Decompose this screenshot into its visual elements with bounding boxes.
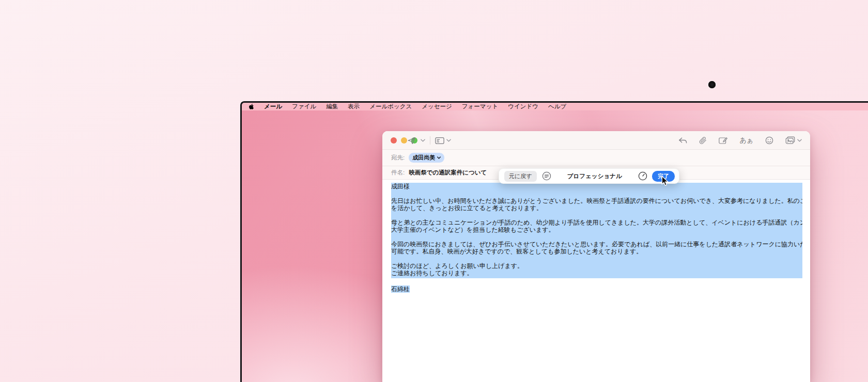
send-options-chevron[interactable]	[421, 139, 425, 142]
message-body-editor[interactable]: 成田様 先日はお忙しい中、お時間をいただき誠にありがとうございました。映画祭と手…	[382, 180, 810, 293]
menu-item-edit[interactable]: 編集	[326, 103, 338, 110]
mouse-cursor-icon	[661, 176, 670, 186]
close-window-button[interactable]	[391, 137, 397, 144]
retry-timer-icon	[638, 171, 647, 181]
to-label: 宛先:	[391, 154, 405, 162]
send-icon	[407, 136, 416, 145]
menu-item-window[interactable]: ウインドウ	[508, 103, 538, 110]
menu-item-view[interactable]: 表示	[348, 103, 360, 110]
header-fields-button[interactable]	[435, 137, 451, 145]
writing-tools-menu-button[interactable]	[542, 171, 551, 181]
body-line	[391, 233, 802, 241]
writing-tools-style-label: プロフェッショナル	[551, 172, 638, 180]
menu-item-help[interactable]: ヘルプ	[548, 103, 566, 110]
imac-camera-dot	[708, 81, 716, 88]
selected-text-block: 成田様 先日はお忙しい中、お時間をいただき誠にありがとうございました。映画祭と手…	[391, 183, 802, 278]
emoji-smiley-icon	[765, 136, 773, 145]
subject-label: 件名:	[391, 169, 405, 177]
subject-text: 映画祭での通訳案件について	[409, 169, 487, 177]
menu-item-format[interactable]: フォーマット	[462, 103, 498, 110]
chevron-down-icon	[421, 139, 425, 142]
apple-menu[interactable]	[249, 103, 254, 110]
writing-tools-retry-button[interactable]	[638, 171, 647, 181]
menu-item-mailbox[interactable]: メールボックス	[369, 103, 412, 110]
photo-browser-button[interactable]	[785, 136, 802, 145]
chevron-down-icon	[446, 139, 451, 142]
body-line	[391, 255, 802, 262]
header-fields-icon	[435, 137, 444, 145]
undo-icon	[678, 137, 687, 144]
body-line: 成田様	[391, 183, 802, 190]
markup-button[interactable]	[719, 137, 727, 145]
body-line	[391, 212, 802, 219]
body-line: 今回の映画祭におきましては、ぜひお手伝いさせていただきたいと思います。必要であれ…	[391, 241, 802, 248]
chevron-down-icon	[437, 156, 441, 159]
body-line: 可能です。私自身、映画が大好きですので、観客としても参加したいと考えております。	[391, 248, 802, 255]
chevron-down-icon	[797, 139, 802, 142]
compose-toolbar: あぁ	[382, 131, 810, 150]
to-field[interactable]: 宛先: 成田尚美	[382, 150, 810, 166]
body-line: 先日はお忙しい中、お時間をいただき誠にありがとうございました。映画祭と手話通訳の…	[391, 197, 802, 204]
apple-logo-icon	[249, 103, 254, 110]
undo-button[interactable]	[678, 137, 687, 144]
body-line: を活かして、きっとお役に立てると考えております。	[391, 204, 802, 212]
recipient-chip[interactable]: 成田尚美	[409, 153, 444, 163]
send-button[interactable]	[407, 136, 416, 145]
menu-item-mail[interactable]: メール	[264, 103, 282, 110]
menu-bar: メール ファイル 編集 表示 メールボックス メッセージ フォーマット ウインド…	[242, 103, 868, 110]
emoji-button[interactable]	[765, 136, 773, 145]
writing-tools-undo-button[interactable]: 元に戻す	[504, 171, 537, 182]
toolbar-divider	[430, 136, 430, 145]
recipient-name: 成田尚美	[412, 154, 435, 162]
body-line: 大学主催のイベントなど）を担当した経験もございます。	[391, 226, 802, 233]
attachment-icon	[699, 136, 707, 145]
attach-file-button[interactable]	[699, 136, 707, 145]
menu-item-message[interactable]: メッセージ	[422, 103, 452, 110]
markup-icon	[719, 137, 727, 145]
menu-item-file[interactable]: ファイル	[292, 103, 316, 110]
signature-text: 石綿桂	[391, 285, 410, 293]
format-text-button[interactable]: あぁ	[739, 136, 753, 145]
photo-browser-icon	[785, 136, 795, 145]
writing-tools-bar: 元に戻す プロフェッショナル 完了	[499, 168, 679, 184]
signature-line: 石綿桂	[391, 285, 802, 293]
marketing-page-background: メール ファイル 編集 表示 メールボックス メッセージ フォーマット ウインド…	[0, 0, 868, 382]
writing-tools-icon	[542, 171, 551, 181]
body-line	[391, 190, 802, 197]
body-line: 母と弟との主なコミュニケーションが手話のため、幼少期より手話を使用してきました。…	[391, 219, 802, 226]
body-line: ご検討のほど、よろしくお願い申し上げます。	[391, 262, 802, 269]
body-line: ご連絡お待ちしております。	[391, 269, 802, 277]
minimize-window-button[interactable]	[401, 137, 407, 144]
